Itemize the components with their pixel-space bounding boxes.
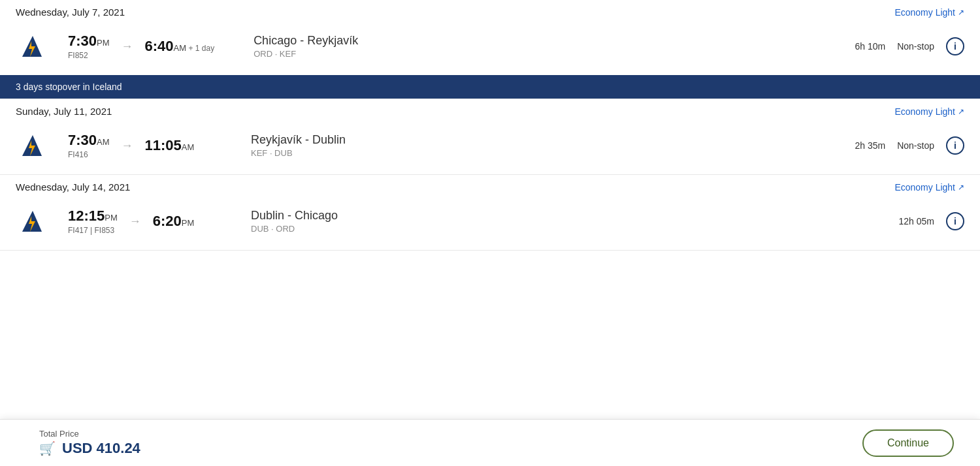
- nonstop-label: Non-stop: [897, 140, 934, 151]
- flight-row-0: 7:30PM FI852 → 6:40AM + 1 day Chicago - …: [0, 18, 980, 75]
- flight-times-2: 12:15PM FI417 | FI853 → 6:20PM: [68, 208, 212, 235]
- external-link-icon-1: ↗: [958, 107, 964, 116]
- flight-section-2: Wednesday, July 14, 2021 Economy Light ↗: [0, 175, 980, 251]
- cart-icon: 🛒: [39, 441, 56, 456]
- external-link-icon-0: ↗: [958, 8, 964, 17]
- economy-light-link-1[interactable]: Economy Light ↗: [894, 106, 964, 117]
- arrive-suffix-2: PM: [182, 218, 195, 228]
- economy-light-label-1: Economy Light: [894, 106, 955, 117]
- depart-time-0: 7:30PM: [68, 33, 110, 50]
- economy-light-link-0[interactable]: Economy Light ↗: [894, 7, 964, 18]
- info-button-2[interactable]: i: [946, 212, 964, 230]
- external-link-icon-2: ↗: [958, 183, 964, 192]
- total-price-label: Total Price: [39, 429, 140, 439]
- airline-logo-0: [16, 29, 50, 63]
- route-codes-1: KEF · DUB: [251, 148, 834, 158]
- info-button-0[interactable]: i: [946, 37, 964, 55]
- route-block-2: Dublin - Chicago DUB · ORD: [212, 209, 834, 234]
- depart-suffix-1: AM: [97, 137, 110, 147]
- arrive-hour-0: 6:40: [145, 38, 174, 54]
- section-header-0: Wednesday, July 7, 2021 Economy Light ↗: [0, 0, 980, 18]
- flight-times-1: 7:30AM FI416 → 11:05AM: [68, 132, 212, 159]
- section-date-2: Wednesday, July 14, 2021: [16, 181, 130, 193]
- flights-container: Wednesday, July 7, 2021 Economy Light ↗: [0, 0, 980, 251]
- arrow-icon-2: →: [127, 215, 144, 228]
- depart-hour-2: 12:15: [68, 208, 105, 224]
- route-name-0: Chicago - Reykjavík: [253, 34, 834, 48]
- route-name-1: Reykjavík - Dublin: [251, 133, 834, 147]
- section-date-0: Wednesday, July 7, 2021: [16, 7, 125, 18]
- route-block-1: Reykjavík - Dublin KEF · DUB: [212, 133, 834, 158]
- flight-meta-0: 6h 10m Non-stop i: [834, 37, 964, 55]
- depart-block-0: 7:30PM FI852: [68, 33, 110, 60]
- airline-logo-2: [16, 204, 50, 238]
- route-name-2: Dublin - Chicago: [251, 209, 834, 223]
- depart-time-1: 7:30AM: [68, 132, 110, 149]
- flight-row-2: 12:15PM FI417 | FI853 → 6:20PM Dublin - …: [0, 193, 980, 250]
- route-codes-2: DUB · ORD: [251, 224, 834, 234]
- page-wrapper: Wednesday, July 7, 2021 Economy Light ↗: [0, 0, 980, 466]
- economy-light-link-2[interactable]: Economy Light ↗: [894, 182, 964, 193]
- stopover-banner-0: 3 days stopover in Iceland: [0, 75, 980, 99]
- duration-0: 6h 10m: [855, 41, 885, 52]
- flight-meta-1: 2h 35m Non-stop i: [834, 136, 964, 155]
- arrive-time-1: 11:05AM: [145, 137, 195, 154]
- arrive-time-0: 6:40AM + 1 day: [145, 38, 215, 55]
- depart-hour-0: 7:30: [68, 33, 97, 49]
- depart-time-2: 12:15PM: [68, 208, 118, 225]
- arrive-block-0: 6:40AM + 1 day: [145, 38, 215, 55]
- arrive-hour-2: 6:20: [153, 213, 182, 229]
- depart-suffix-0: PM: [97, 38, 110, 48]
- depart-block-2: 12:15PM FI417 | FI853: [68, 208, 118, 235]
- flight-section-0: Wednesday, July 7, 2021 Economy Light ↗: [0, 0, 980, 99]
- flight-number-2: FI417 | FI853: [68, 226, 118, 235]
- price-amount-row: 🛒 USD 410.24: [39, 440, 140, 457]
- section-header-1: Sunday, July 11, 2021 Economy Light ↗: [0, 99, 980, 117]
- duration-2: 12h 05m: [899, 216, 934, 226]
- arrow-icon-1: →: [119, 139, 136, 153]
- economy-light-label-0: Economy Light: [894, 7, 955, 18]
- airline-logo-1: [16, 129, 50, 163]
- arrive-hour-1: 11:05: [145, 137, 182, 153]
- info-button-1[interactable]: i: [946, 136, 964, 155]
- flight-section-1: Sunday, July 11, 2021 Economy Light ↗ 7: [0, 99, 980, 175]
- price-bar: Total Price 🛒 USD 410.24 Continue: [0, 419, 980, 466]
- price-amount: USD 410.24: [62, 440, 140, 457]
- depart-block-1: 7:30AM FI416: [68, 132, 110, 159]
- section-date-1: Sunday, July 11, 2021: [16, 106, 112, 117]
- arrive-suffix-0: AM: [174, 43, 187, 53]
- arrow-icon-0: →: [119, 40, 136, 54]
- flight-times-0: 7:30PM FI852 → 6:40AM + 1 day: [68, 33, 214, 60]
- section-header-2: Wednesday, July 14, 2021 Economy Light ↗: [0, 175, 980, 193]
- arrive-block-1: 11:05AM: [145, 137, 195, 154]
- arrive-suffix-1: AM: [182, 142, 195, 152]
- nonstop-label: Non-stop: [897, 41, 934, 52]
- flight-meta-2: 12h 05m i: [834, 212, 964, 230]
- depart-suffix-2: PM: [105, 213, 118, 223]
- arrive-time-2: 6:20PM: [153, 213, 195, 230]
- economy-light-label-2: Economy Light: [894, 182, 955, 193]
- depart-hour-1: 7:30: [68, 132, 97, 148]
- arrive-block-2: 6:20PM: [153, 213, 195, 230]
- flight-row-1: 7:30AM FI416 → 11:05AM Reykjavík - Dubli…: [0, 117, 980, 174]
- route-block-0: Chicago - Reykjavík ORD · KEF: [214, 34, 834, 59]
- duration-1: 2h 35m: [855, 140, 885, 151]
- price-left: Total Price 🛒 USD 410.24: [39, 429, 140, 457]
- flight-number-0: FI852: [68, 51, 110, 60]
- route-codes-0: ORD · KEF: [253, 49, 834, 59]
- continue-button[interactable]: Continue: [862, 429, 954, 457]
- flight-number-1: FI416: [68, 150, 110, 159]
